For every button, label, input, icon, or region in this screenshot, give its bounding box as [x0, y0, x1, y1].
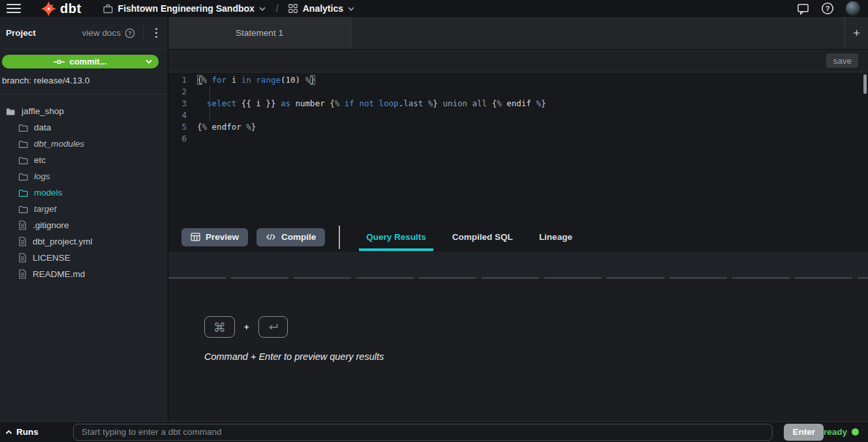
tree-item-label: models — [34, 188, 63, 198]
dbt-command-input[interactable] — [73, 424, 773, 441]
project-switcher[interactable]: Analytics — [288, 3, 354, 14]
tree-item-dbt-modules[interactable]: dbt_modules — [0, 136, 168, 152]
tree-item-label: etc — [34, 155, 46, 165]
git-commit-icon — [54, 59, 65, 65]
tree-item-jaffle-shop[interactable]: jaffle_shop — [0, 103, 168, 119]
status-label: ready — [824, 427, 847, 437]
tree-item-license[interactable]: LICENSE — [0, 250, 168, 266]
workspace-switcher[interactable]: Fishtown Engineering Sandbox — [102, 3, 266, 14]
sidebar-header: Project view docs ? — [0, 17, 168, 50]
line-number: 3 — [168, 98, 197, 110]
help-icon: ? — [821, 2, 834, 15]
file-explorer-sidebar: Project view docs ? commit... — [0, 17, 168, 421]
tree-item-label: data — [34, 123, 51, 132]
tree-item-readme-md[interactable]: README.md — [0, 266, 168, 282]
project-name: Analytics — [303, 3, 343, 14]
breadcrumb-separator: / — [276, 3, 279, 14]
folder-icon — [18, 205, 28, 214]
help-button[interactable]: ? — [821, 2, 834, 15]
code-icon — [266, 233, 276, 241]
user-avatar[interactable] — [846, 1, 860, 16]
code-line-3: 3 select {{ i }} as number {% if not loo… — [168, 98, 868, 110]
tree-item-logs[interactable]: logs — [0, 168, 168, 184]
tree-item-etc[interactable]: etc — [0, 152, 168, 168]
chevron-down-icon[interactable] — [146, 59, 152, 64]
svg-text:?: ? — [826, 5, 830, 12]
editor-action-bar: save — [168, 50, 868, 72]
file-icon — [18, 220, 27, 230]
line-number: 6 — [168, 133, 197, 145]
sidebar-menu-button[interactable] — [151, 25, 161, 40]
code-line-1: 1{% for i in range(10) %} — [168, 74, 868, 86]
dbt-logo: dbt — [40, 1, 82, 17]
branch-name: branch: release/4.13.0 — [2, 76, 168, 85]
new-tab-button[interactable]: + — [845, 17, 868, 49]
workspace-name: Fishtown Engineering Sandbox — [118, 3, 255, 14]
tree-item-label: dbt_modules — [34, 139, 84, 149]
chevron-down-icon — [259, 7, 266, 11]
file-icon — [18, 269, 27, 279]
tab-lineage[interactable]: Lineage — [532, 222, 580, 252]
editor-scrollbar[interactable] — [863, 74, 867, 94]
enter-key-icon — [258, 316, 288, 338]
status-dot — [852, 428, 859, 435]
hamburger-menu-icon[interactable] — [7, 4, 21, 13]
brand-wordmark: dbt — [60, 1, 82, 16]
svg-text:?: ? — [128, 30, 132, 37]
status-indicator: ready — [824, 427, 859, 437]
tab-statement-1[interactable]: Statement 1 — [168, 17, 351, 49]
chat-bubble-icon — [797, 3, 809, 15]
tree-item-label: dbt_project.yml — [33, 237, 93, 246]
tab-query-results[interactable]: Query Results — [359, 222, 433, 252]
enter-button[interactable]: Enter — [784, 424, 824, 441]
tree-item-data[interactable]: data — [0, 119, 168, 136]
code-editor[interactable]: 1{% for i in range(10) %}2 3 select {{ i… — [168, 72, 868, 222]
tree-item-label: .gitignore — [33, 220, 69, 230]
question-circle-icon: ? — [125, 28, 135, 38]
compile-button[interactable]: Compile — [256, 228, 325, 246]
code-line-2: 2 — [168, 86, 868, 98]
main-panel: Statement 1 + save 1{% for i in range(10… — [168, 17, 868, 421]
tree-item-dbt-project-yml[interactable]: dbt_project.yml — [0, 233, 168, 250]
runs-label: Runs — [16, 427, 39, 437]
tab-compiled-sql[interactable]: Compiled SQL — [445, 222, 520, 252]
table-icon — [191, 233, 200, 241]
view-docs-link[interactable]: view docs ? — [82, 28, 135, 38]
top-bar: dbt Fishtown Engineering Sandbox / Analy… — [0, 0, 868, 17]
line-number: 1 — [168, 74, 197, 86]
folder-open-icon — [5, 107, 16, 116]
code-text — [197, 86, 202, 98]
code-line-5: 5{% endfor %} — [168, 121, 868, 133]
code-text: {% for i in range(10) %} — [197, 74, 315, 86]
command-key-icon: ⌘ — [204, 316, 235, 338]
folder-icon — [18, 123, 28, 132]
dbt-mark-icon — [40, 1, 57, 17]
sidebar-title: Project — [6, 28, 36, 38]
results-empty-state: ⌘ + Command + Enter to preview query res… — [168, 280, 868, 421]
save-button[interactable]: save — [826, 53, 858, 68]
commit-button[interactable]: commit... — [2, 55, 159, 68]
code-text: {% endfor %} — [197, 121, 256, 133]
dbt-cloud-ide: dbt Fishtown Engineering Sandbox / Analy… — [0, 0, 868, 442]
preview-button[interactable]: Preview — [181, 228, 248, 246]
line-number: 2 — [168, 86, 197, 98]
tree-item-target[interactable]: target — [0, 201, 168, 217]
plus-sign: + — [244, 322, 249, 332]
grid-icon — [288, 3, 298, 14]
code-text — [197, 133, 202, 145]
briefcase-icon — [102, 3, 114, 14]
runs-drawer-toggle[interactable]: Runs — [0, 427, 73, 437]
tree-item--gitignore[interactable]: .gitignore — [0, 217, 168, 233]
chevron-down-icon — [348, 7, 354, 11]
folder-icon — [18, 172, 28, 181]
line-number: 4 — [168, 110, 197, 121]
chevron-up-icon — [5, 430, 12, 435]
tree-item-models[interactable]: models — [0, 184, 168, 201]
return-arrow-icon — [268, 323, 279, 332]
file-icon — [18, 237, 27, 246]
divider — [143, 25, 144, 41]
feedback-chat-button[interactable] — [797, 3, 809, 15]
divider — [339, 226, 340, 249]
code-text: select {{ i }} as number {% if not loop.… — [197, 98, 546, 110]
results-tabs: Query ResultsCompiled SQLLineage — [353, 222, 585, 252]
